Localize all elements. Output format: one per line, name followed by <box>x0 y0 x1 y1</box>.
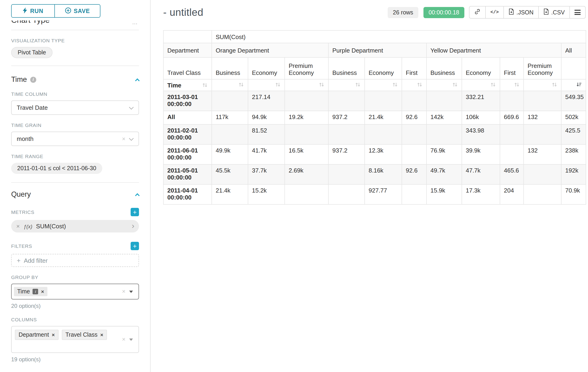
pivot-department-label: Department <box>163 43 212 57</box>
run-save-button-group: RUN SAVE <box>11 4 100 18</box>
hamburger-icon <box>575 9 581 16</box>
pivot-sort-header[interactable] <box>402 79 427 91</box>
pivot-sort-header[interactable] <box>427 79 462 91</box>
pivot-cell <box>285 91 328 111</box>
pivot-cell <box>328 124 365 144</box>
control-panel: RUN SAVE Chart Type … VISUALIZATION TYPE… <box>0 0 151 372</box>
group-by-tag[interactable]: Time i × <box>14 287 47 296</box>
pivot-sort-header[interactable] <box>462 79 500 91</box>
clear-icon[interactable]: × <box>122 288 126 294</box>
group-by-select[interactable]: Time i × × <box>11 284 139 299</box>
divider <box>11 182 139 183</box>
caret-right-icon: › <box>132 222 134 230</box>
pivot-col-header: Business <box>427 57 462 79</box>
columns-tag[interactable]: Travel Class × <box>62 330 107 340</box>
pivot-cell <box>524 164 561 184</box>
view-query-button[interactable]: </> <box>485 6 504 19</box>
export-button-group: </> .JSON .CSV <box>470 6 586 19</box>
pivot-cell: 92.6 <box>402 164 427 184</box>
time-column-label: TIME COLUMN <box>11 91 139 97</box>
time-range-label: TIME RANGE <box>11 153 139 159</box>
collapse-chevron-icon[interactable] <box>135 78 140 83</box>
add-filter-button[interactable]: + Add filter <box>11 254 139 267</box>
time-section-title: Time <box>11 75 27 84</box>
run-button[interactable]: RUN <box>12 5 54 17</box>
clear-icon[interactable]: × <box>122 136 126 142</box>
remove-tag-icon[interactable]: × <box>52 332 55 338</box>
pivot-group-header: All <box>561 43 586 57</box>
visualization-type-pill[interactable]: Pivot Table <box>11 47 52 58</box>
chevron-down-icon <box>129 136 134 140</box>
remove-tag-icon[interactable]: × <box>41 289 44 294</box>
export-json-button[interactable]: .JSON <box>504 6 539 19</box>
pivot-sort-header[interactable] <box>365 79 402 91</box>
remove-tag-icon[interactable]: × <box>100 332 104 338</box>
pivot-sort-header[interactable] <box>248 79 285 91</box>
metric-value: SUM(Cost) <box>36 223 66 230</box>
pivot-sort-header[interactable] <box>212 79 248 91</box>
pivot-cell: 47.7k <box>462 164 500 184</box>
pivot-cell: 81.52 <box>248 124 285 144</box>
pivot-cell <box>500 91 524 111</box>
copy-link-button[interactable] <box>469 6 486 19</box>
run-button-label: RUN <box>30 8 43 14</box>
pivot-corner-cell <box>163 31 212 43</box>
clear-icon[interactable]: × <box>122 336 126 342</box>
pivot-row-label: 2011-03-01 00:00:00 <box>163 91 212 111</box>
export-csv-button[interactable]: .CSV <box>538 6 570 19</box>
add-filter-icon-button[interactable]: + <box>131 242 139 250</box>
pivot-col-header: Business <box>328 57 365 79</box>
pivot-col-header: Economy <box>365 57 402 79</box>
pivot-cell <box>328 164 365 184</box>
remove-metric-icon[interactable]: × <box>16 223 20 230</box>
pivot-cell: 94.9k <box>248 111 285 124</box>
pivot-cell: 332.21 <box>462 91 500 111</box>
pivot-row: 2011-06-01 00:00:0049.9k41.7k16.5k937.21… <box>163 144 586 164</box>
save-button[interactable]: SAVE <box>54 5 100 17</box>
pivot-cell: 2.69k <box>285 164 328 184</box>
pivot-cell: 41.7k <box>248 144 285 164</box>
pivot-sort-header[interactable] <box>328 79 365 91</box>
pivot-sort-header[interactable] <box>561 79 586 91</box>
query-section-header: Query <box>11 190 139 199</box>
sort-icon <box>319 82 325 87</box>
columns-label: COLUMNS <box>11 317 139 322</box>
explore-workspace: RUN SAVE Chart Type … VISUALIZATION TYPE… <box>0 0 588 372</box>
columns-tag[interactable]: Department × <box>15 330 59 340</box>
metrics-label-row: METRICS + <box>11 208 139 216</box>
pivot-cell: 204 <box>500 184 524 204</box>
metric-pill[interactable]: × ƒ(x) SUM(Cost) › <box>11 220 139 233</box>
query-timer-badge: 00:00:00.18 <box>423 7 464 18</box>
sort-icon <box>355 82 361 87</box>
add-metric-button[interactable]: + <box>131 208 139 216</box>
pivot-row-label: 2011-06-01 00:00:00 <box>163 144 212 164</box>
time-column-select[interactable]: Travel Date <box>11 100 139 115</box>
pivot-cell: 49.9k <box>212 144 248 164</box>
pivot-cell: 937.2 <box>328 144 365 164</box>
time-range-pill[interactable]: 2011-01-01 ≤ col < 2011-06-30 <box>11 163 102 174</box>
collapse-chevron-icon[interactable] <box>135 193 140 198</box>
pivot-sort-header[interactable]: Time <box>163 79 212 91</box>
pivot-cell: 19.2k <box>285 111 328 124</box>
download-file-icon <box>508 8 514 16</box>
pivot-group-header: Purple Department <box>328 43 427 57</box>
download-file-icon <box>543 8 549 16</box>
time-section-header: Time i <box>11 75 139 84</box>
menu-button[interactable] <box>569 6 586 19</box>
pivot-col-header: Premium Economy <box>285 57 328 79</box>
pivot-col-header: Economy <box>462 57 500 79</box>
pivot-cell: 142k <box>427 111 462 124</box>
add-filter-label: Add filter <box>24 257 48 264</box>
time-grain-label: TIME GRAIN <box>11 122 139 128</box>
page-title: - untitled <box>163 6 203 18</box>
pivot-sort-header[interactable] <box>500 79 524 91</box>
pivot-row-label: 2011-04-01 00:00:00 <box>163 184 212 204</box>
pivot-sort-header[interactable] <box>524 79 561 91</box>
columns-select[interactable]: Department × Travel Class × × <box>11 326 139 353</box>
columns-options-note: 19 option(s) <box>11 356 139 363</box>
time-grain-select[interactable]: month × <box>11 132 139 146</box>
pivot-row: All117k94.9k19.2k937.221.4k92.6142k106k6… <box>163 111 586 124</box>
pivot-sort-header[interactable] <box>285 79 328 91</box>
info-icon: i <box>30 76 36 83</box>
pivot-cell: 117k <box>212 111 248 124</box>
